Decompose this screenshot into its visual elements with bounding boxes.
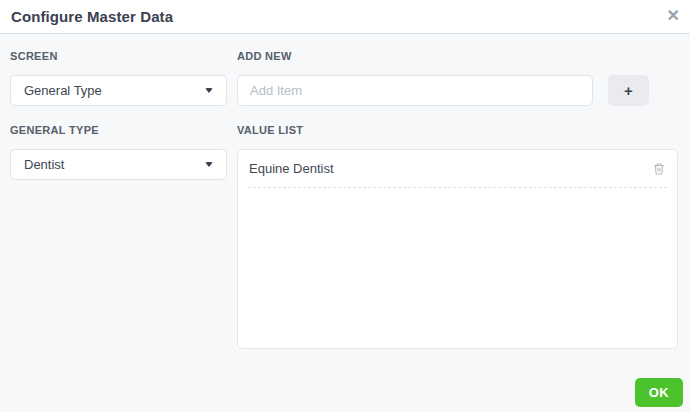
dialog-body: SCREEN General Type GENERAL TYPE Dentist… (0, 34, 690, 412)
add-new-row: + (237, 75, 678, 106)
screen-label: SCREEN (10, 50, 227, 63)
dialog-title: Configure Master Data (11, 8, 173, 25)
right-column: ADD NEW + VALUE LIST Equine Dentist (237, 50, 678, 412)
dialog-header: Configure Master Data ✕ (0, 0, 690, 34)
add-new-label: ADD NEW (237, 50, 678, 63)
add-item-input[interactable] (237, 75, 593, 106)
caret-down-icon (205, 162, 213, 167)
general-type-select-value: Dentist (24, 157, 64, 172)
screen-select-value: General Type (24, 83, 102, 98)
caret-down-icon (205, 88, 213, 93)
trash-icon[interactable] (651, 160, 667, 177)
general-type-label: GENERAL TYPE (10, 124, 227, 137)
ok-button[interactable]: OK (635, 378, 683, 407)
value-item-text: Equine Dentist (249, 161, 334, 176)
add-item-button[interactable]: + (608, 75, 649, 106)
left-column: SCREEN General Type GENERAL TYPE Dentist (10, 50, 227, 412)
value-list: Equine Dentist (237, 149, 678, 349)
list-item: Equine Dentist (248, 150, 667, 188)
close-icon[interactable]: ✕ (667, 8, 680, 24)
general-type-select[interactable]: Dentist (10, 149, 227, 180)
configure-master-data-dialog: Configure Master Data ✕ SCREEN General T… (0, 0, 690, 412)
value-list-label: VALUE LIST (237, 124, 678, 137)
screen-select[interactable]: General Type (10, 75, 227, 106)
